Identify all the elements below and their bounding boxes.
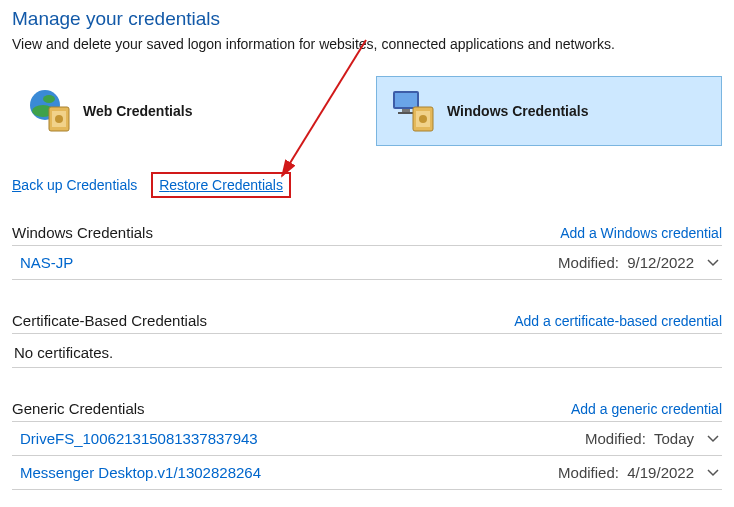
add-windows-credential-link[interactable]: Add a Windows credential (560, 225, 722, 241)
credential-row[interactable]: Messenger Desktop.v1/1302828264 Modified… (12, 456, 722, 490)
globe-safe-icon (25, 87, 73, 135)
chevron-down-icon[interactable] (706, 256, 720, 270)
monitor-safe-icon (389, 87, 437, 135)
svg-point-12 (419, 115, 427, 123)
backup-credentials-link[interactable]: Back up Credentials (12, 177, 137, 193)
chevron-down-icon[interactable] (706, 466, 720, 480)
section-cert-title: Certificate-Based Credentials (12, 312, 207, 329)
restore-credentials-highlight: Restore Credentials (151, 172, 291, 198)
add-cert-credential-link[interactable]: Add a certificate-based credential (514, 313, 722, 329)
tab-web-credentials[interactable]: Web Credentials (12, 76, 358, 146)
tab-windows-credentials-label: Windows Credentials (447, 103, 588, 119)
add-generic-credential-link[interactable]: Add a generic credential (571, 401, 722, 417)
modified-value: 9/12/2022 (627, 254, 694, 271)
chevron-down-icon[interactable] (706, 432, 720, 446)
modified-value: 4/19/2022 (627, 464, 694, 481)
page-title: Manage your credentials (12, 8, 722, 30)
section-generic-title: Generic Credentials (12, 400, 145, 417)
tab-windows-credentials[interactable]: Windows Credentials (376, 76, 722, 146)
credential-name[interactable]: DriveFS_100621315081337837943 (20, 430, 258, 447)
tab-web-credentials-label: Web Credentials (83, 103, 192, 119)
credential-name[interactable]: NAS-JP (20, 254, 73, 271)
cert-empty-text: No certificates. (12, 334, 722, 368)
page-subtitle: View and delete your saved logon informa… (12, 36, 722, 52)
svg-rect-8 (402, 109, 410, 112)
modified-label: Modified: (558, 254, 619, 271)
modified-value: Today (654, 430, 694, 447)
section-windows-title: Windows Credentials (12, 224, 153, 241)
svg-rect-7 (395, 93, 417, 107)
svg-point-5 (55, 115, 63, 123)
restore-credentials-link[interactable]: Restore Credentials (159, 177, 283, 193)
credential-row[interactable]: NAS-JP Modified: 9/12/2022 (12, 246, 722, 280)
modified-label: Modified: (585, 430, 646, 447)
modified-label: Modified: (558, 464, 619, 481)
credential-row[interactable]: DriveFS_100621315081337837943 Modified: … (12, 422, 722, 456)
svg-point-2 (43, 95, 55, 103)
credential-name[interactable]: Messenger Desktop.v1/1302828264 (20, 464, 261, 481)
svg-rect-9 (398, 112, 414, 114)
